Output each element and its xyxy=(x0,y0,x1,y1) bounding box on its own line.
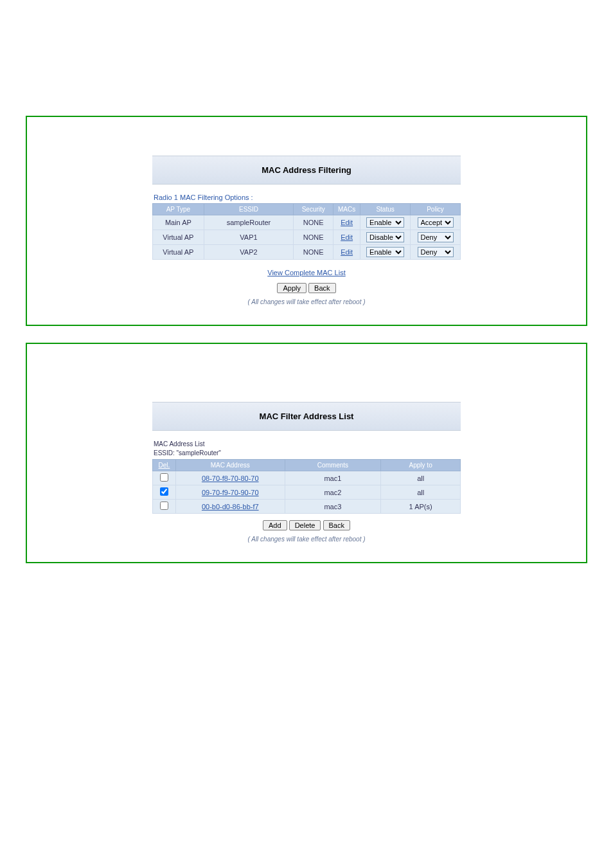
reboot-note: ( All changes will take effect after reb… xyxy=(152,536,461,543)
cell-macs: Edit xyxy=(333,215,360,230)
table-row: 08-70-f8-70-80-70mac1all xyxy=(153,471,461,485)
back-button[interactable]: Back xyxy=(323,520,350,530)
cell-mac: 08-70-f8-70-80-70 xyxy=(175,471,285,485)
cell-del xyxy=(153,485,176,500)
cell-macs: Edit xyxy=(333,230,360,245)
cell-comments: mac2 xyxy=(285,485,381,500)
mac-address-link[interactable]: 08-70-f8-70-80-70 xyxy=(202,475,259,482)
cell-essid: sampleRouter xyxy=(204,215,294,230)
cell-del xyxy=(153,500,176,514)
cell-del xyxy=(153,471,176,485)
apply-button[interactable]: Apply xyxy=(277,283,306,293)
cell-ap-type: Virtual AP xyxy=(153,230,204,245)
edit-macs-link[interactable]: Edit xyxy=(341,248,353,256)
col-del[interactable]: Del. xyxy=(153,460,176,471)
page-title: MAC Address Filtering xyxy=(152,156,461,185)
cell-policy: AcceptDeny xyxy=(411,230,461,245)
cell-policy: AcceptDeny xyxy=(411,245,461,260)
table-row: 00-b0-d0-86-bb-f7mac31 AP(s) xyxy=(153,500,461,514)
edit-macs-link[interactable]: Edit xyxy=(341,233,353,241)
table-row: 09-70-f9-70-90-70mac2all xyxy=(153,485,461,500)
back-button[interactable]: Back xyxy=(308,283,335,293)
delete-checkbox[interactable] xyxy=(160,473,168,482)
col-mac: MAC Address xyxy=(175,460,285,471)
cell-security: NONE xyxy=(294,245,333,260)
cell-essid: VAP2 xyxy=(204,245,294,260)
edit-macs-link[interactable]: Edit xyxy=(341,219,353,226)
table-row: Virtual APVAP1NONEEditEnableDisableAccep… xyxy=(153,230,461,245)
cell-apply-to: 1 AP(s) xyxy=(381,500,461,514)
policy-select[interactable]: AcceptDeny xyxy=(418,217,454,228)
panel-mac-filter-list: MAC Filter Address List MAC Address List… xyxy=(26,343,587,563)
filtering-table: AP Type ESSID Security MACs Status Polic… xyxy=(152,203,461,260)
cell-policy: AcceptDeny xyxy=(411,215,461,230)
table-row: Main APsampleRouterNONEEditEnableDisable… xyxy=(153,215,461,230)
cell-status: EnableDisable xyxy=(360,245,411,260)
list-caption-line2: ESSID: "sampleRouter" xyxy=(154,449,221,457)
delete-checkbox[interactable] xyxy=(160,487,168,496)
mac-list-table: Del. MAC Address Comments Apply to 08-70… xyxy=(152,459,461,514)
panel-mac-filtering: MAC Address Filtering Radio 1 MAC Filter… xyxy=(26,116,587,326)
cell-status: EnableDisable xyxy=(360,215,411,230)
status-select[interactable]: EnableDisable xyxy=(366,247,404,257)
cell-apply-to: all xyxy=(381,485,461,500)
mac-address-link[interactable]: 00-b0-d0-86-bb-f7 xyxy=(202,503,259,511)
policy-select[interactable]: AcceptDeny xyxy=(418,247,454,257)
cell-security: NONE xyxy=(294,215,333,230)
col-status: Status xyxy=(360,204,411,215)
col-comments: Comments xyxy=(285,460,381,471)
cell-security: NONE xyxy=(294,230,333,245)
add-button[interactable]: Add xyxy=(263,520,287,530)
col-apply-to: Apply to xyxy=(381,460,461,471)
delete-checkbox[interactable] xyxy=(160,502,168,510)
cell-mac: 00-b0-d0-86-bb-f7 xyxy=(175,500,285,514)
cell-comments: mac3 xyxy=(285,500,381,514)
cell-comments: mac1 xyxy=(285,471,381,485)
cell-essid: VAP1 xyxy=(204,230,294,245)
col-macs: MACs xyxy=(333,204,360,215)
col-policy: Policy xyxy=(411,204,461,215)
list-caption-line1: MAC Address List xyxy=(154,440,204,448)
page-title: MAC Filter Address List xyxy=(152,402,461,431)
view-complete-mac-list-link[interactable]: View Complete MAC List xyxy=(267,269,345,276)
mac-address-link[interactable]: 09-70-f9-70-90-70 xyxy=(202,489,259,496)
delete-button[interactable]: Delete xyxy=(289,520,321,530)
status-select[interactable]: EnableDisable xyxy=(366,232,404,242)
cell-ap-type: Virtual AP xyxy=(153,245,204,260)
cell-macs: Edit xyxy=(333,245,360,260)
status-select[interactable]: EnableDisable xyxy=(366,217,404,228)
policy-select[interactable]: AcceptDeny xyxy=(418,232,454,242)
reboot-note: ( All changes will take effect after reb… xyxy=(152,298,461,305)
options-caption: Radio 1 MAC Filtering Options : xyxy=(154,194,461,201)
cell-apply-to: all xyxy=(381,471,461,485)
cell-status: EnableDisable xyxy=(360,230,411,245)
col-essid: ESSID xyxy=(204,204,294,215)
col-security: Security xyxy=(294,204,333,215)
col-ap-type: AP Type xyxy=(153,204,204,215)
cell-ap-type: Main AP xyxy=(153,215,204,230)
cell-mac: 09-70-f9-70-90-70 xyxy=(175,485,285,500)
table-row: Virtual APVAP2NONEEditEnableDisableAccep… xyxy=(153,245,461,260)
